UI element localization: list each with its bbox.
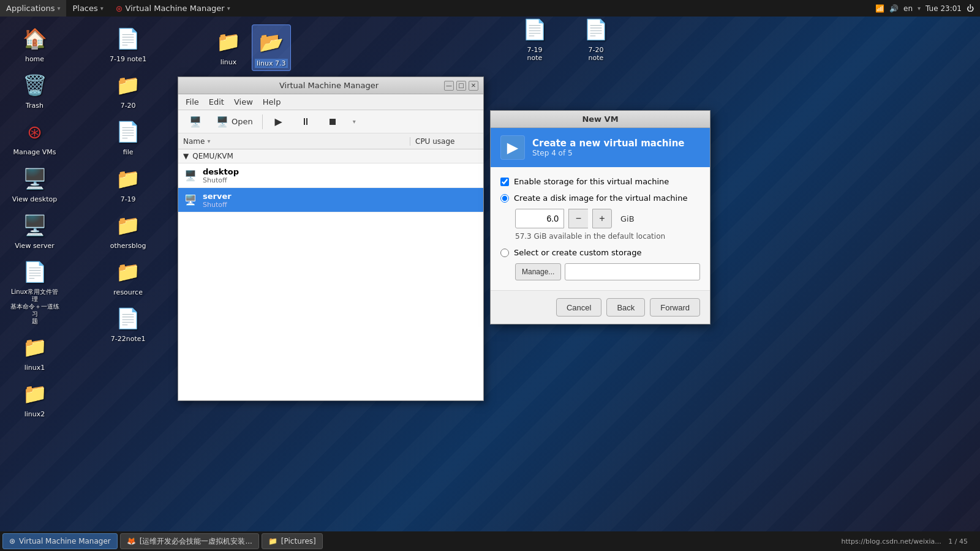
7-19-note1-label: 7-19 note1: [110, 55, 146, 63]
desktop-icon-7-19-note1[interactable]: 📄 7-19 note1: [107, 21, 149, 66]
group-label: QEMU/KVM: [192, 152, 233, 160]
desktop-icon-manage-vms[interactable]: ⊛ Manage VMs: [6, 114, 63, 159]
trash-label: Trash: [26, 102, 43, 110]
menubar-places[interactable]: Places ▾: [66, 0, 109, 17]
vmm-menubar: File Edit View Help: [178, 94, 483, 110]
vmm-menu-edit[interactable]: Edit: [204, 96, 229, 108]
vmm-dropdown-button[interactable]: ▾: [347, 113, 361, 131]
enable-storage-checkbox[interactable]: [500, 178, 509, 186]
pause-icon: ⏸: [299, 115, 312, 129]
taskbar-vmm[interactable]: ⊛ Virtual Machine Manager: [2, 533, 118, 549]
desktop-icon-view-server[interactable]: 🖥️ View server: [6, 208, 63, 252]
desktop-icon-7-19-note[interactable]: 📄 7-19 note: [518, 12, 552, 64]
newvm-header-icon: ▶: [500, 135, 525, 160]
manage-vms-icon: ⊛: [20, 117, 50, 146]
linux7-3-icon: 📂: [257, 28, 286, 57]
vmm-window-controls: — □ ✕: [444, 81, 478, 91]
desktop-icon-7-20-note[interactable]: 📄 7-20 note: [579, 12, 613, 64]
applications-label: Applications: [6, 4, 55, 13]
disk-decrease-button[interactable]: −: [568, 209, 588, 228]
create-disk-label[interactable]: Create a disk image for the virtual mach…: [514, 193, 687, 203]
vmm-menu-view[interactable]: View: [229, 96, 258, 108]
desktop-icon-7-19[interactable]: 📁 7-19: [107, 162, 149, 206]
vmm-new-vm-button[interactable]: 🖥️: [183, 113, 208, 131]
manage-button[interactable]: Manage...: [515, 263, 561, 280]
vmm-run-button[interactable]: ▶: [266, 113, 291, 131]
open-label: Open: [232, 117, 253, 126]
desktop-icon-linux7-3[interactable]: 📂 linux 7.3: [252, 24, 291, 71]
vm-col-cpu: CPU usage: [410, 137, 483, 146]
menubar-applications[interactable]: Applications ▾: [0, 0, 66, 17]
desktop-icon-trash[interactable]: 🗑️ Trash: [6, 68, 63, 112]
cpu-col-label: CPU usage: [415, 137, 454, 146]
vm-desktop-name: desktop: [203, 167, 239, 176]
desktop-icon-othersblog[interactable]: 📁 othersblog: [107, 208, 149, 252]
vmm-maximize-button[interactable]: □: [456, 81, 466, 91]
cancel-button[interactable]: Cancel: [556, 298, 601, 317]
vmm-menu-file[interactable]: File: [181, 96, 204, 108]
taskbar-right: https://blog.csdn.net/weixia... 1 / 45: [842, 538, 978, 545]
desktop-icon-7-20[interactable]: 📁 7-20: [107, 68, 149, 112]
linux-folder-label: linux: [221, 58, 237, 66]
vm-row-server[interactable]: 🖥️ server Shutoff: [178, 188, 483, 212]
disk-increase-button[interactable]: +: [592, 209, 612, 228]
desktop-icon-7-22note1[interactable]: 📄 7-22note1: [107, 301, 149, 345]
vmm-minimize-button[interactable]: —: [444, 81, 454, 91]
linux1-icon: 📁: [20, 332, 50, 362]
view-server-label: View server: [15, 242, 54, 250]
vmm-toolbar: 🖥️ 🖥️ Open ▶ ⏸ ⏹ ▾: [178, 110, 483, 133]
vmm-menu-help[interactable]: Help: [258, 96, 286, 108]
lang-indicator[interactable]: en: [903, 4, 913, 13]
vm-desktop-info: desktop Shutoff: [203, 167, 239, 184]
linux-file-icon: 📄: [20, 257, 50, 287]
desktop-icon-home[interactable]: 🏠 home: [6, 21, 63, 66]
manage-vms-label: Manage VMs: [13, 148, 56, 156]
name-col-label: Name: [183, 137, 205, 146]
vmm-pause-button[interactable]: ⏸: [293, 113, 318, 131]
desktop-icon-resource[interactable]: 📁 resource: [107, 255, 149, 299]
custom-storage-label[interactable]: Select or create custom storage: [514, 248, 641, 257]
7-20-label: 7-20: [121, 102, 136, 110]
desktop-icon-view-desktop[interactable]: 🖥️ View desktop: [6, 162, 63, 206]
desktop-icon-linux[interactable]: 📁 linux: [211, 24, 246, 71]
newvm-main-title: Create a new virtual machine: [532, 138, 685, 149]
enable-storage-label[interactable]: Enable storage for this virtual machine: [514, 177, 669, 186]
menubar-vmm[interactable]: ⊛ Virtual Machine Manager ▾: [110, 0, 236, 17]
linux7-3-label: linux 7.3: [255, 59, 288, 68]
forward-button[interactable]: Forward: [650, 298, 700, 317]
name-col-arrow: ▾: [207, 138, 210, 144]
newvm-play-icon: ▶: [501, 136, 524, 159]
dropdown-arrow-icon: ▾: [353, 118, 356, 125]
7-19-note1-icon: 📄: [113, 24, 143, 53]
desktop-icon-linux1[interactable]: 📁 linux1: [6, 330, 63, 374]
vmm-close-button[interactable]: ✕: [469, 81, 478, 91]
taskbar-pictures[interactable]: 📁 [Pictures]: [262, 533, 323, 549]
vmm-open-button[interactable]: 🖥️ Open: [210, 113, 258, 131]
vmm-stop-button[interactable]: ⏹: [320, 113, 345, 131]
othersblog-label: othersblog: [110, 242, 146, 250]
newvm-step: Step 4 of 5: [532, 149, 685, 157]
newvm-title: New VM: [582, 114, 618, 124]
vmm-title: Virtual Machine Manager: [214, 81, 444, 90]
desktop-icon-linux-file[interactable]: 📄 Linux常用文件管理基本命令＋一道练习题: [6, 255, 63, 328]
custom-storage-radio[interactable]: [500, 249, 509, 257]
desktop-icon-file[interactable]: 📄 file: [107, 114, 149, 159]
custom-storage-input[interactable]: [565, 263, 700, 280]
taskbar: ⊛ Virtual Machine Manager 🦊 [运维开发必会技能一虚拟…: [0, 531, 980, 551]
7-19-icon: 📁: [113, 164, 143, 193]
menubar-right: 📶 🔊 en ▾ Tue 23:01 ⏻: [875, 4, 980, 13]
clock: Tue 23:01: [925, 4, 962, 13]
vm-row-desktop[interactable]: 🖥️ desktop Shutoff: [178, 163, 483, 188]
taskbar-firefox[interactable]: 🦊 [运维开发必会技能一虚拟机安装...: [120, 533, 259, 549]
desktop-icon-linux2[interactable]: 📁 linux2: [6, 377, 63, 421]
taskbar-firefox-label: [运维开发必会技能一虚拟机安装...: [140, 536, 252, 547]
back-button[interactable]: Back: [606, 298, 645, 317]
taskbar-pictures-label: [Pictures]: [281, 537, 316, 545]
vm-col-name: Name ▾: [178, 137, 410, 146]
enable-storage-row: Enable storage for this virtual machine: [500, 177, 700, 186]
create-disk-radio[interactable]: [500, 194, 509, 203]
stop-icon: ⏹: [326, 115, 339, 129]
disk-size-input[interactable]: [515, 209, 564, 228]
menubar: Applications ▾ Places ▾ ⊛ Virtual Machin…: [0, 0, 980, 17]
vm-group-qemu[interactable]: ▼ QEMU/KVM: [178, 149, 483, 163]
